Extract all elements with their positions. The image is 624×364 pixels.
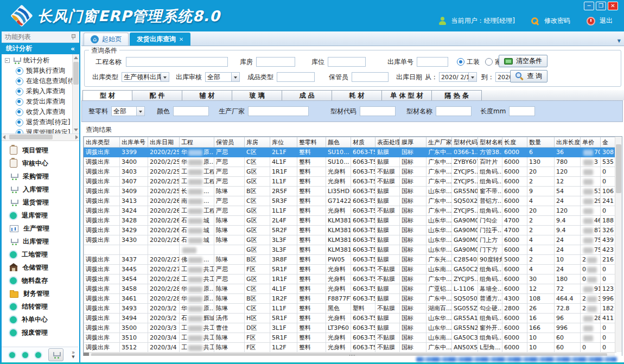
table-cell[interactable]: 96 xyxy=(555,314,581,323)
table-cell[interactable]: 华原... xyxy=(180,304,214,314)
table-cell[interactable]: 106 xyxy=(601,187,616,196)
table-cell[interactable]: 6000 xyxy=(502,235,527,245)
table-cell[interactable]: 0 xyxy=(601,274,616,284)
table-cell[interactable]: 0 xyxy=(581,274,601,284)
table-cell[interactable]: 6063-T5 xyxy=(351,245,375,255)
scroll-thumb[interactable] xyxy=(9,135,53,139)
table-cell[interactable]: 调拨出库 xyxy=(84,157,120,167)
sidebar-menu-item[interactable]: 仓储管理 xyxy=(2,261,79,274)
table-cell[interactable]: 严思 xyxy=(214,167,245,177)
tab-shipping-outbound-query[interactable]: 发货出库查询 ✕ xyxy=(130,33,190,46)
table-cell[interactable]: 2020/2/26 xyxy=(148,196,180,206)
table-cell[interactable]: 国标 xyxy=(400,284,426,294)
column-header[interactable]: 出库长度 xyxy=(555,137,581,148)
table-cell[interactable]: 调拨出库 xyxy=(84,226,120,235)
table-cell[interactable]: 国标 xyxy=(400,157,426,167)
table-cell[interactable]: 2020/3/4 xyxy=(148,343,180,353)
tree-item[interactable]: 发货出库查询 xyxy=(2,97,72,107)
table-cell[interactable]: 4700 xyxy=(502,216,527,226)
table-cell[interactable]: 调拨出库 xyxy=(84,177,120,187)
table-cell[interactable]: 曹佳 xyxy=(214,323,245,333)
table-cell[interactable]: 4 xyxy=(527,265,555,274)
table-cell[interactable]: 996 xyxy=(601,294,616,304)
table-cell[interactable]: 石城 xyxy=(180,216,214,226)
sidebar-menu-item[interactable]: 项目管理 xyxy=(2,144,79,157)
table-cell[interactable]: 广东中... xyxy=(426,148,452,157)
table-cell[interactable]: 光身料 xyxy=(326,314,351,323)
table-cell[interactable]: 6063-T5 xyxy=(351,255,375,265)
table-cell[interactable]: 0 xyxy=(581,343,601,353)
table-cell[interactable]: 6063-T5 xyxy=(351,284,375,294)
table-cell[interactable]: 2020/2/25 xyxy=(148,177,180,187)
table-cell[interactable]: 山东华... xyxy=(426,245,452,255)
table-cell[interactable]: 20 xyxy=(527,206,555,216)
column-header[interactable]: 工程 xyxy=(180,137,214,148)
table-cell[interactable]: 6000 xyxy=(502,323,527,333)
length-input[interactable] xyxy=(509,106,535,116)
table-cell[interactable]: 3461 xyxy=(120,294,148,304)
table-cell[interactable]: 广东兴... xyxy=(426,255,452,265)
manufacturer-input[interactable] xyxy=(248,106,309,116)
table-cell[interactable]: 3510 xyxy=(120,333,148,343)
column-header[interactable]: 库房 xyxy=(245,137,270,148)
table-cell[interactable]: 3R8F xyxy=(270,255,297,265)
table-cell[interactable]: 山东南... xyxy=(426,265,452,274)
sidebar-menu-item[interactable]: 出库管理 xyxy=(2,235,79,248)
table-cell[interactable]: 3407 xyxy=(120,177,148,187)
table-cell[interactable]: 不贴膜 xyxy=(375,177,400,187)
table-cell[interactable]: 广东中... xyxy=(426,157,452,167)
table-cell[interactable]: 整料 xyxy=(297,314,326,323)
sidebar-menu-item[interactable]: 结转管理 xyxy=(2,300,79,313)
subtab[interactable]: 成 品 xyxy=(282,90,332,100)
whole-part-select[interactable]: 全部 xyxy=(111,106,145,116)
table-cell[interactable]: 调拨出库 xyxy=(84,167,120,177)
table-cell[interactable]: 708 xyxy=(581,148,601,157)
logout-link[interactable]: 退出 xyxy=(600,16,613,25)
table-cell[interactable]: 整料 xyxy=(297,187,326,196)
table-cell[interactable]: GA90M08. xyxy=(452,235,478,245)
table-cell[interactable]: C28540B xyxy=(452,255,478,265)
table-cell[interactable]: 123 xyxy=(601,284,616,294)
table-cell[interactable]: 严思 xyxy=(214,196,245,206)
table-cell[interactable]: 整料 xyxy=(297,294,326,304)
table-cell[interactable]: 90度转角 xyxy=(478,255,502,265)
clear-conditions-button[interactable]: 清空条件 xyxy=(499,55,547,67)
table-cell[interactable]: 石城 xyxy=(180,235,214,245)
table-cell[interactable]: 国标 xyxy=(400,323,426,333)
table-cell[interactable]: 不贴膜 xyxy=(375,265,400,274)
table-cell[interactable]: 1R1F xyxy=(270,274,297,284)
table-cell[interactable]: 华原... xyxy=(180,294,214,304)
table-cell[interactable]: 2020/3/3 xyxy=(148,323,180,333)
table-cell[interactable]: 0 xyxy=(601,265,616,274)
table-cell[interactable]: 广东中... xyxy=(426,294,452,304)
table-cell[interactable]: 24 xyxy=(555,265,581,274)
table-cell[interactable]: 贴膜 xyxy=(375,294,400,304)
table-cell[interactable]: ZYCJP5... xyxy=(452,206,478,216)
outbound-type-select[interactable]: 生产领料出库 xyxy=(122,72,169,82)
table-cell[interactable]: 调拨出库 xyxy=(84,265,120,274)
table-cell[interactable]: 2800 xyxy=(502,304,527,314)
table-cell[interactable]: 工共工程 xyxy=(180,323,214,333)
table-cell[interactable]: 光身料 xyxy=(326,343,351,353)
table-cell[interactable]: B区 xyxy=(245,294,270,304)
table-cell[interactable]: ZYCJP5... xyxy=(452,177,478,187)
table-cell[interactable]: 国标 xyxy=(400,226,426,235)
table-cell[interactable]: 10 xyxy=(527,333,555,343)
table-cell[interactable]: ZYCJP5... xyxy=(452,167,478,177)
table-cell[interactable]: 贴膜 xyxy=(375,226,400,235)
table-cell[interactable]: 6000 xyxy=(502,274,527,284)
table-cell[interactable]: 华原... xyxy=(180,284,214,294)
table-cell[interactable]: 广东中... xyxy=(426,343,452,353)
table-cell[interactable]: KLM3817 xyxy=(326,226,351,235)
table-cell[interactable]: 75 xyxy=(581,235,601,245)
table-cell[interactable]: 2020/2/26 xyxy=(148,226,180,235)
column-header[interactable]: 材质 xyxy=(351,137,375,148)
table-cell[interactable]: 180 xyxy=(555,274,581,284)
table-cell[interactable]: 山东华... xyxy=(426,216,452,226)
table-cell[interactable]: 6000 xyxy=(502,167,527,177)
table-cell[interactable]: 佛... xyxy=(180,255,214,265)
table-cell[interactable]: 2020/2/27 xyxy=(148,255,180,265)
radio-unselected-icon[interactable] xyxy=(485,58,493,66)
table-cell[interactable]: 6063-T5 xyxy=(351,343,375,353)
table-cell[interactable]: 调拨出库 xyxy=(84,187,120,196)
